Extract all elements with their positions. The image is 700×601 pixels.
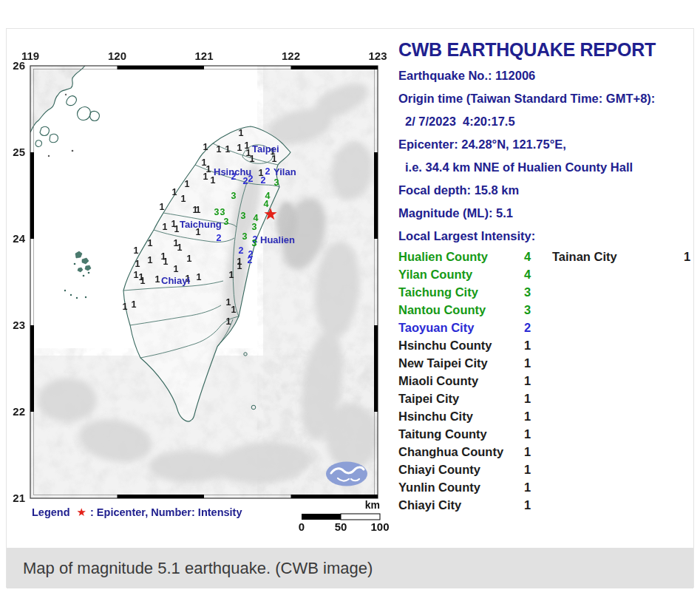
intensity-marker: 1 (229, 270, 234, 280)
intensity-value-col2: 1 (684, 250, 694, 264)
intensity-marker: 1 (123, 302, 128, 312)
intensity-marker: 2 (243, 176, 248, 186)
scalebar-tick: 0 (299, 520, 305, 533)
intensity-name-col2: Tainan City (552, 250, 684, 264)
intensity-name: Hsinchu City (398, 410, 524, 424)
intensity-name: Miaoli County (398, 374, 524, 388)
report-line: Origin time (Taiwan Standard Time: GMT+8… (398, 87, 694, 110)
lat-tick-label: 24 (13, 232, 25, 245)
intensity-marker: 1 (272, 154, 277, 164)
intensity-marker: 1 (132, 299, 137, 310)
intensity-marker: 3 (220, 207, 225, 217)
intensity-marker: 1 (172, 187, 177, 197)
lat-tick-label: 22 (13, 405, 25, 418)
intensity-marker: 2 (265, 166, 271, 177)
intensity-marker: 3 (252, 238, 257, 248)
intensity-name: New Taipei City (398, 356, 524, 370)
intensity-marker: 1 (231, 305, 237, 315)
intensity-value: 1 (524, 410, 552, 424)
report-line: i.e. 34.4 km NNE of Hualien County Hall (398, 156, 694, 179)
intensity-marker: 3 (241, 211, 246, 221)
intensity-marker: 1 (226, 297, 231, 308)
intensity-value: 4 (524, 268, 552, 282)
lat-tick-label: 23 (13, 319, 25, 331)
legend-label: Legend (32, 506, 70, 518)
map-city-label: Hualien (260, 234, 295, 245)
map-legend: Legend★: Epicenter, Number: Intensity (32, 506, 242, 518)
caption-text: Map of magnitude 5.1 earthquake. (CWB im… (7, 559, 373, 578)
intensity-marker: 1 (237, 143, 242, 153)
scalebar-tick: 50 (335, 520, 347, 533)
intensity-marker: 1 (163, 257, 169, 267)
lon-tick-label: 123 (368, 50, 387, 62)
intensity-value: 1 (524, 445, 552, 459)
intensity-marker: 1 (155, 274, 160, 285)
intensity-marker: 1 (237, 257, 242, 267)
intensity-value: 1 (524, 463, 552, 477)
intensity-marker: 1 (160, 202, 165, 212)
intensity-name: Chiayi City (398, 498, 524, 512)
intensity-value: 1 (524, 374, 552, 388)
longitude-labels: 119120121122123 (21, 50, 387, 62)
lon-tick-label: 121 (194, 50, 213, 62)
lat-tick-label: 21 (13, 492, 25, 504)
intensity-value: 3 (524, 285, 552, 299)
intensity-heading: Local Largest Intensity: (398, 225, 694, 248)
intensity-value: 2 (524, 321, 552, 335)
intensity-value: 1 (524, 339, 552, 353)
intensity-name: Yilan County (398, 268, 524, 282)
lat-tick-label: 25 (13, 146, 25, 158)
intensity-marker: 3 (214, 207, 220, 217)
map-canvas: 1111111111111111111111111111111111111111… (30, 64, 378, 498)
report-line: Earthquake No.: 112006 (398, 64, 694, 87)
intensity-marker: 2 (261, 175, 266, 186)
intensity-marker: 1 (140, 276, 146, 286)
scalebar-tick: 100 (370, 520, 389, 533)
latitude-labels: 262524232221 (13, 59, 25, 504)
report-title: CWB EARTHQUAKE REPORT (398, 39, 694, 60)
intensity-value: 3 (524, 303, 552, 317)
intensity-marker: 1 (203, 172, 208, 182)
intensity-marker: 1 (185, 179, 190, 189)
intensity-marker: 1 (148, 238, 153, 248)
intensity-marker: 3 (231, 191, 237, 201)
scale-unit: km (365, 499, 380, 511)
intensity-marker: 2 (217, 233, 222, 243)
map-city-label: Taipei (252, 143, 279, 155)
intensity-name: Nantou County (398, 303, 524, 317)
intensity-marker: 1 (187, 254, 192, 264)
intensity-marker: 3 (252, 222, 257, 232)
earthquake-report-figure: 1111111111111111111111111111111111111111… (6, 28, 694, 588)
legend-text: : Epicenter, Number: Intensity (90, 506, 242, 518)
lat-tick-label: 26 (13, 59, 25, 72)
intensity-name: Taitung County (398, 427, 524, 441)
lon-tick-label: 122 (282, 50, 300, 62)
intensity-value: 1 (524, 498, 552, 512)
intensity-name: Hualien County (398, 250, 524, 264)
intensity-name: Taichung City (398, 285, 524, 299)
intensity-marker: 1 (181, 194, 186, 204)
intensity-marker: 1 (226, 316, 231, 327)
intensity-marker: 1 (202, 157, 207, 168)
scale-tick-labels: 050100 (299, 520, 390, 533)
intensity-marker: 1 (163, 222, 168, 232)
intensity-name: Taoyuan City (398, 321, 524, 335)
map-city-label: Taichung (180, 219, 222, 230)
intensity-name: Yunlin County (398, 481, 524, 495)
report-line: Focal depth: 15.8 km (398, 179, 694, 202)
intensity-marker: 1 (217, 144, 222, 155)
report-lines: Earthquake No.: 112006Origin time (Taiwa… (398, 64, 694, 225)
report-panel: CWB EARTHQUAKE REPORT Earthquake No.: 11… (398, 39, 694, 514)
intensity-marker: 1 (174, 264, 179, 274)
taiwan-intensity-map: 1111111111111111111111111111111111111111… (12, 38, 393, 548)
intensity-marker: 1 (225, 144, 231, 155)
intensity-marker: 1 (250, 154, 255, 164)
intensity-value: 1 (524, 356, 552, 370)
caption-bar: Map of magnitude 5.1 earthquake. (CWB im… (7, 548, 693, 588)
intensity-name: Taipei City (398, 392, 524, 406)
intensity-marker: 1 (177, 242, 183, 253)
intensity-name: Changhua County (398, 445, 524, 459)
scale-bar: km 050100 (299, 499, 390, 533)
intensity-marker: 1 (174, 224, 180, 234)
intensity-marker: 1 (134, 245, 139, 256)
